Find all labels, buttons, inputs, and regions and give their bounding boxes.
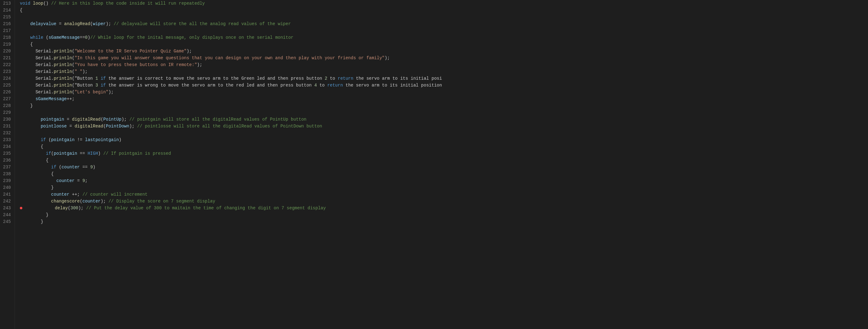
line-number: 227	[2, 95, 11, 102]
line-number: 228	[2, 102, 11, 109]
line-number: 214	[2, 7, 11, 13]
code-line: void loop() // Here in this loop the cod…	[20, 0, 868, 7]
code-line: Serial.println("In this game you will an…	[20, 55, 868, 61]
code-line	[20, 130, 868, 137]
line-number: 231	[2, 123, 11, 130]
line-number: 225	[2, 82, 11, 89]
line-number: 224	[2, 75, 11, 82]
code-line: counter ++; // counter will increment	[20, 191, 868, 198]
code-content[interactable]: void loop() // Here in this loop the cod…	[15, 0, 868, 329]
code-line: changescore(counter); // Display the sco…	[20, 198, 868, 205]
code-line: pointgain = digitalRead(PointUp); // poi…	[20, 116, 868, 123]
code-line: Serial.println("Let's begin");	[20, 89, 868, 95]
code-line	[20, 27, 868, 34]
code-line: Serial.println("Button 3 if the answer i…	[20, 82, 868, 89]
line-number: 221	[2, 55, 11, 61]
code-line: if (pointgain != lastpointgain)	[20, 137, 868, 143]
line-number: 218	[2, 34, 11, 41]
line-number: 242	[2, 198, 11, 205]
code-line: if(pointgain == HIGH) // If pointgain is…	[20, 150, 868, 157]
line-number: 236	[2, 157, 11, 164]
line-number: 226	[2, 89, 11, 95]
breakpoint-dot[interactable]	[20, 207, 22, 209]
line-number: 244	[2, 211, 11, 218]
code-line: {	[20, 41, 868, 48]
code-line: }	[20, 218, 868, 225]
code-line	[20, 13, 868, 21]
line-numbers: 2132142152162172182192202212222232242252…	[0, 0, 15, 329]
code-line: {	[20, 171, 868, 177]
line-number: 230	[2, 116, 11, 123]
line-number: 217	[2, 27, 11, 34]
code-line: }	[20, 102, 868, 109]
code-line	[20, 109, 868, 116]
code-line: if (counter == 9)	[20, 164, 868, 171]
line-number: 232	[2, 130, 11, 137]
line-number: 237	[2, 164, 11, 171]
line-number: 240	[2, 184, 11, 191]
code-line: Serial.println("You have to press these …	[20, 61, 868, 68]
code-line: {	[20, 7, 868, 13]
line-number: 220	[2, 48, 11, 55]
line-number: 233	[2, 137, 11, 143]
line-number: 216	[2, 21, 11, 27]
code-line: Serial.println("Button 1 if the answer i…	[20, 75, 868, 82]
code-line: pointloose = digitalRead(PointDown); // …	[20, 123, 868, 130]
line-number: 213	[2, 0, 11, 7]
line-number: 235	[2, 150, 11, 157]
code-line: while (sGameMessage==0)// While loop for…	[20, 34, 868, 41]
code-line: }	[20, 211, 868, 218]
code-line: delayvalue = analogRead(wiper); // delay…	[20, 21, 868, 27]
line-number: 222	[2, 61, 11, 68]
line-number: 241	[2, 191, 11, 198]
line-number: 234	[2, 143, 11, 150]
code-line: counter = 9;	[20, 177, 868, 184]
code-line: sGameMessage++;	[20, 95, 868, 102]
code-line: }	[20, 184, 868, 191]
code-line: {	[20, 143, 868, 150]
line-number: 245	[2, 218, 11, 225]
line-number: 215	[2, 13, 11, 21]
line-number: 223	[2, 68, 11, 75]
line-number: 238	[2, 171, 11, 177]
code-line: {	[20, 157, 868, 164]
code-line: delay(300); // Put the delay value of 30…	[20, 205, 868, 211]
code-line: Serial.println("Welcome to the IR Servo …	[20, 48, 868, 55]
line-number: 243	[2, 205, 11, 211]
line-number: 239	[2, 177, 11, 184]
code-line: Serial.println(" ");	[20, 68, 868, 75]
code-editor: 2132142152162172182192202212222232242252…	[0, 0, 868, 329]
line-number: 219	[2, 41, 11, 48]
line-number: 229	[2, 109, 11, 116]
